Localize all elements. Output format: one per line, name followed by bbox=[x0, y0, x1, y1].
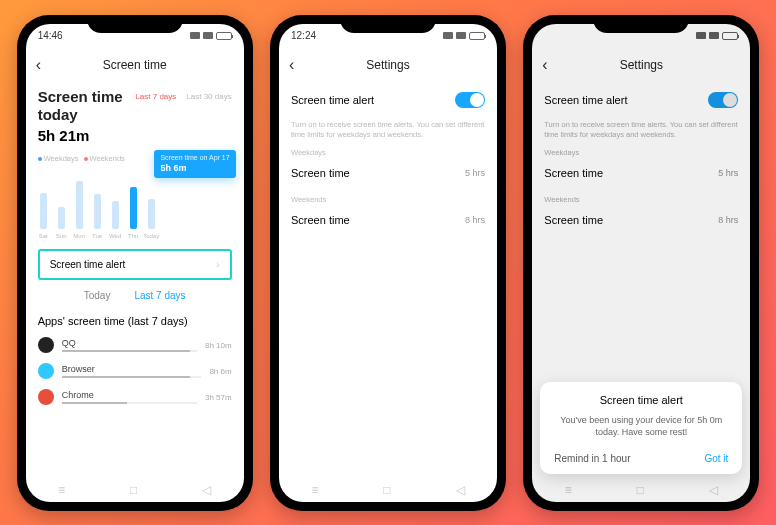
weekend-limit-row[interactable]: Screen time 8 hrs bbox=[291, 204, 485, 236]
nav-home-icon[interactable]: □ bbox=[383, 483, 390, 497]
sheet-title: Screen time alert bbox=[550, 394, 732, 406]
alert-toggle[interactable] bbox=[455, 92, 485, 108]
apps-section-title: Apps' screen time (last 7 days) bbox=[38, 315, 232, 327]
nav-menu-icon[interactable]: ≡ bbox=[311, 483, 318, 497]
app-icon bbox=[38, 389, 54, 405]
phone-screen-time: 14:46 ‹ Screen time Screen time today La… bbox=[17, 15, 253, 511]
notch bbox=[87, 15, 183, 33]
chart-bar-label: Today bbox=[143, 233, 159, 239]
app-name: Chrome bbox=[62, 390, 197, 400]
chart-tooltip: Screen time on Apr 17 5h 6m bbox=[154, 150, 235, 178]
phone-settings-alert: ‹ Settings Screen time alert Turn on to … bbox=[523, 15, 759, 511]
summary-title-l1: Screen time bbox=[38, 88, 123, 107]
app-icon bbox=[38, 337, 54, 353]
usage-chart[interactable]: SatSunMonTueWedThuToday bbox=[38, 169, 232, 229]
app-row[interactable]: Chrome 3h 57m bbox=[38, 389, 232, 405]
nav-bar: ≡ □ ◁ bbox=[26, 478, 244, 502]
status-time: 12:24 bbox=[291, 30, 316, 41]
summary-title-l2: today bbox=[38, 106, 123, 125]
status-time: 14:46 bbox=[38, 30, 63, 41]
chart-bar-label: Thu bbox=[128, 233, 138, 239]
battery-icon bbox=[216, 32, 232, 40]
alert-row-label: Screen time alert bbox=[50, 259, 126, 270]
phone-settings: 12:24 ‹ Settings Screen time alert Turn … bbox=[270, 15, 506, 511]
alert-toggle-row: Screen time alert bbox=[291, 82, 485, 118]
subtab-today[interactable]: Today bbox=[84, 290, 111, 301]
chart-bar-label: Sun bbox=[56, 233, 67, 239]
chevron-right-icon: › bbox=[216, 259, 219, 270]
header: ‹ Screen time bbox=[26, 48, 244, 82]
header: ‹ Settings bbox=[279, 48, 497, 82]
remind-later-button[interactable]: Remind in 1 hour bbox=[554, 453, 630, 464]
signal-icon bbox=[443, 32, 453, 39]
got-it-button[interactable]: Got it bbox=[704, 453, 728, 464]
chart-bar[interactable]: Thu bbox=[130, 187, 137, 229]
chart-bar[interactable]: Sun bbox=[58, 207, 65, 229]
weekday-limit-row[interactable]: Screen time 5 hrs bbox=[291, 157, 485, 189]
chart-bar[interactable]: Today bbox=[148, 199, 155, 229]
chart-bar[interactable]: Wed bbox=[112, 201, 119, 229]
wifi-icon bbox=[456, 32, 466, 39]
nav-home-icon[interactable]: □ bbox=[130, 483, 137, 497]
app-name: QQ bbox=[62, 338, 197, 348]
legend-weekdays: Weekdays bbox=[38, 154, 79, 163]
chart-bar[interactable]: Mon bbox=[76, 181, 83, 229]
chart-bar[interactable]: Sat bbox=[40, 193, 47, 229]
chart-bar-label: Tue bbox=[92, 233, 102, 239]
page-title: Settings bbox=[366, 58, 409, 72]
nav-bar: ≡ □ ◁ bbox=[279, 478, 497, 502]
notch bbox=[340, 15, 436, 33]
subtab-last7[interactable]: Last 7 days bbox=[134, 290, 185, 301]
app-time: 3h 57m bbox=[205, 393, 232, 402]
total-time: 5h 21m bbox=[38, 127, 232, 144]
back-button[interactable]: ‹ bbox=[289, 56, 294, 74]
weekday-limit-value: 5 hrs bbox=[465, 168, 485, 178]
nav-back-icon[interactable]: ◁ bbox=[202, 483, 211, 497]
app-row[interactable]: Browser 8h 6m bbox=[38, 363, 232, 379]
group-weekdays: Weekdays bbox=[291, 148, 485, 157]
notch bbox=[593, 15, 689, 33]
wifi-icon bbox=[203, 32, 213, 39]
app-time: 8h 10m bbox=[205, 341, 232, 350]
weekend-limit-label: Screen time bbox=[291, 214, 350, 226]
weekend-limit-value: 8 hrs bbox=[465, 215, 485, 225]
chart-bar-label: Mon bbox=[73, 233, 85, 239]
app-row[interactable]: QQ 8h 10m bbox=[38, 337, 232, 353]
page-title: Screen time bbox=[103, 58, 167, 72]
app-time: 8h 6m bbox=[209, 367, 231, 376]
screen-time-alert-row[interactable]: Screen time alert › bbox=[38, 249, 232, 280]
sheet-body: You've been using your device for 5h 0m … bbox=[550, 414, 732, 438]
chart-bar-label: Sat bbox=[39, 233, 48, 239]
chart-bar-label: Wed bbox=[109, 233, 121, 239]
legend-weekends: Weekends bbox=[84, 154, 125, 163]
nav-back-icon[interactable]: ◁ bbox=[456, 483, 465, 497]
tooltip-label: Screen time on Apr 17 bbox=[160, 154, 229, 163]
tooltip-value: 5h 6m bbox=[160, 163, 229, 174]
alert-sheet: Screen time alert You've been using your… bbox=[540, 382, 742, 473]
app-icon bbox=[38, 363, 54, 379]
group-weekends: Weekends bbox=[291, 195, 485, 204]
nav-menu-icon[interactable]: ≡ bbox=[58, 483, 65, 497]
alert-description: Turn on to receive screen time alerts. Y… bbox=[291, 120, 485, 140]
battery-icon bbox=[469, 32, 485, 40]
alert-toggle-label: Screen time alert bbox=[291, 94, 374, 106]
range-tab-last7[interactable]: Last 7 days bbox=[135, 92, 176, 101]
weekday-limit-label: Screen time bbox=[291, 167, 350, 179]
chart-bar[interactable]: Tue bbox=[94, 194, 101, 229]
app-name: Browser bbox=[62, 364, 202, 374]
signal-icon bbox=[190, 32, 200, 39]
back-button[interactable]: ‹ bbox=[36, 56, 41, 74]
range-tab-last30[interactable]: Last 30 days bbox=[186, 92, 231, 101]
